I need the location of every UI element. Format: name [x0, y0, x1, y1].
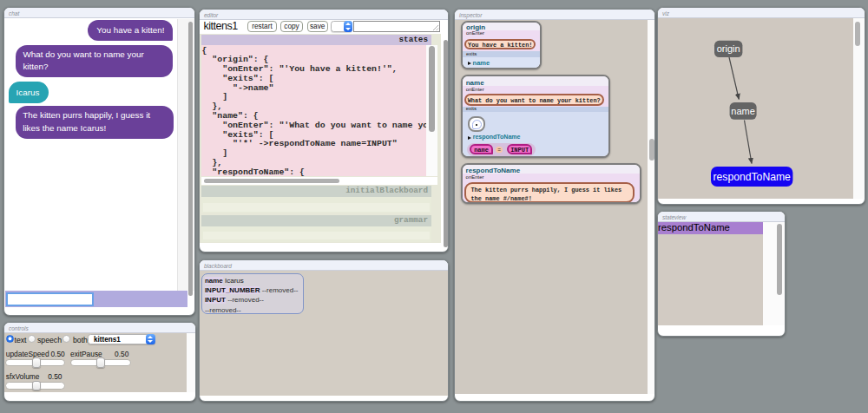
svg-text:origin: origin	[717, 43, 740, 54]
svg-text:name: name	[731, 106, 755, 116]
svg-text:respondToName: respondToName	[713, 171, 791, 183]
